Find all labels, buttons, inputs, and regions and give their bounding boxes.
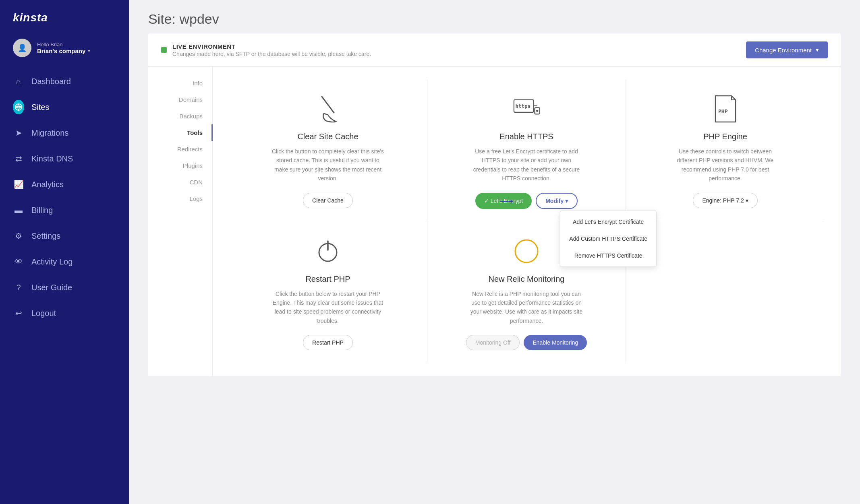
env-subtitle: Changes made here, via SFTP or the datab… — [172, 51, 371, 57]
tools-content: Clear Site Cache Click the button to com… — [213, 67, 841, 376]
broom-icon — [312, 93, 344, 125]
question-icon: ? — [13, 282, 24, 293]
new-relic-title: New Relic Monitoring — [489, 275, 565, 284]
remove-https-item[interactable]: Remove HTTPS Certificate — [560, 247, 656, 264]
card-icon: ▬ — [13, 204, 24, 216]
env-title: LIVE ENVIRONMENT — [172, 43, 371, 50]
restart-php-button[interactable]: Restart PHP — [303, 335, 353, 350]
tool-card-enable-https: https Enable HTTPS Use a free Let's Encr… — [427, 80, 626, 222]
subnav-item-logs[interactable]: Logs — [148, 190, 212, 207]
subnav-item-backups[interactable]: Backups — [148, 108, 212, 124]
new-relic-icon — [510, 235, 543, 267]
exit-icon: ↩ — [13, 308, 24, 319]
tool-card-php-engine: PHP PHP Engine Use these controls to swi… — [626, 80, 825, 222]
user-greeting: Hello Brian — [37, 41, 116, 48]
restart-php-desc: Click the button below to restart your P… — [271, 289, 384, 326]
svg-line-1 — [322, 97, 334, 113]
main-nav: ⌂ Dashboard Sites ➤ Migrations ⇄ Kinsta … — [0, 68, 129, 326]
sub-nav: Info Domains Backups Tools Redirects Plu… — [148, 67, 213, 376]
tools-grid: Clear Site Cache Click the button to com… — [229, 80, 825, 363]
avatar: 👤 — [13, 39, 31, 57]
php-engine-title: PHP Engine — [703, 132, 747, 141]
subnav-item-domains[interactable]: Domains — [148, 91, 212, 108]
restart-php-title: Restart PHP — [305, 275, 350, 284]
engine-version-button[interactable]: Engine: PHP 7.2 ▾ — [693, 193, 757, 208]
sidebar-item-dashboard[interactable]: ⌂ Dashboard — [0, 68, 129, 94]
sidebar-item-logout[interactable]: ↩ Logout — [0, 300, 129, 326]
eye-icon: 👁 — [13, 256, 24, 267]
modify-dropdown-wrapper: Modify ▾ ⟶ Add Let's Encrypt Certificate… — [536, 193, 578, 209]
user-info: Hello Brian Brian's company ▾ — [37, 41, 116, 54]
svg-text:https: https — [515, 103, 530, 109]
sidebar-item-settings[interactable]: ⚙ Settings — [0, 223, 129, 249]
gear-icon: ⚙ — [13, 230, 24, 242]
page-title: Site: wpdev — [148, 11, 841, 27]
php-engine-actions: Engine: PHP 7.2 ▾ — [693, 193, 757, 208]
https-dropdown-menu: Add Let's Encrypt Certificate Add Custom… — [560, 211, 657, 267]
php-file-icon: PHP — [709, 93, 742, 125]
svg-point-6 — [536, 110, 538, 112]
tool-card-clear-cache: Clear Site Cache Click the button to com… — [229, 80, 427, 222]
add-lets-encrypt-item[interactable]: Add Let's Encrypt Certificate — [560, 213, 656, 230]
arrow-right-icon: ➤ — [13, 127, 24, 138]
power-icon — [312, 235, 344, 267]
logo: kinsta — [0, 0, 129, 34]
sidebar-item-billing[interactable]: ▬ Billing — [0, 197, 129, 223]
svg-point-0 — [15, 104, 22, 110]
enable-monitoring-button[interactable]: Enable Monitoring — [524, 335, 587, 350]
chart-icon: 📈 — [13, 179, 24, 190]
tool-card-restart-php: Restart PHP Click the button below to re… — [229, 222, 427, 364]
env-left: LIVE ENVIRONMENT Changes made here, via … — [161, 43, 371, 57]
sidebar-item-user-guide[interactable]: ? User Guide — [0, 275, 129, 300]
change-environment-button[interactable]: Change Environment ▾ — [746, 41, 828, 58]
php-engine-desc: Use these controls to switch between dif… — [669, 147, 782, 183]
page-header: Site: wpdev — [129, 0, 860, 33]
sidebar-item-activity-log[interactable]: 👁 Activity Log — [0, 249, 129, 275]
user-company: Brian's company ▾ — [37, 48, 116, 54]
live-dot — [161, 47, 167, 53]
modify-button[interactable]: Modify ▾ — [536, 193, 578, 209]
new-relic-desc: New Relic is a PHP monitoring tool you c… — [470, 289, 583, 326]
enable-https-actions: ✓ Let's Encrypt Modify ▾ ⟶ Add Let's Enc… — [475, 193, 578, 209]
sub-nav-wrapper: Info Domains Backups Tools Redirects Plu… — [148, 67, 841, 376]
main-content: Site: wpdev LIVE ENVIRONMENT Changes mad… — [129, 0, 860, 504]
add-custom-https-item[interactable]: Add Custom HTTPS Certificate — [560, 230, 656, 247]
https-icon: https — [510, 93, 543, 125]
svg-point-10 — [515, 240, 538, 262]
dns-icon: ⇄ — [13, 153, 24, 164]
clear-cache-desc: Click the button to completely clear thi… — [271, 147, 384, 183]
subnav-item-info[interactable]: Info — [148, 75, 212, 91]
main-body: LIVE ENVIRONMENT Changes made here, via … — [129, 33, 860, 504]
user-profile[interactable]: 👤 Hello Brian Brian's company ▾ — [0, 34, 129, 68]
monitoring-off-button[interactable]: Monitoring Off — [466, 335, 520, 350]
env-info: LIVE ENVIRONMENT Changes made here, via … — [172, 43, 371, 57]
subnav-item-plugins[interactable]: Plugins — [148, 157, 212, 174]
clear-cache-button[interactable]: Clear Cache — [303, 193, 353, 208]
chevron-down-icon: ▾ — [88, 48, 90, 54]
subnav-item-tools[interactable]: Tools — [148, 124, 212, 141]
environment-bar: LIVE ENVIRONMENT Changes made here, via … — [148, 33, 841, 67]
sidebar: kinsta 👤 Hello Brian Brian's company ▾ ⌂… — [0, 0, 129, 504]
house-icon: ⌂ — [13, 76, 24, 87]
sidebar-item-sites[interactable]: Sites — [0, 94, 129, 120]
restart-php-actions: Restart PHP — [303, 335, 353, 350]
sidebar-item-analytics[interactable]: 📈 Analytics — [0, 171, 129, 197]
arrow-indicator: ⟶ — [499, 196, 513, 207]
globe-icon — [13, 101, 24, 113]
enable-https-title: Enable HTTPS — [499, 132, 553, 141]
enable-https-desc: Use a free Let's Encrypt certificate to … — [470, 147, 583, 183]
sidebar-item-migrations[interactable]: ➤ Migrations — [0, 120, 129, 146]
clear-cache-actions: Clear Cache — [303, 193, 353, 208]
sidebar-item-kinsta-dns[interactable]: ⇄ Kinsta DNS — [0, 146, 129, 171]
chevron-down-icon: ▾ — [816, 46, 819, 54]
subnav-item-cdn[interactable]: CDN — [148, 174, 212, 190]
new-relic-actions: Monitoring Off Enable Monitoring — [466, 335, 587, 350]
clear-cache-title: Clear Site Cache — [297, 132, 358, 141]
subnav-item-redirects[interactable]: Redirects — [148, 141, 212, 157]
svg-text:PHP: PHP — [718, 108, 728, 114]
